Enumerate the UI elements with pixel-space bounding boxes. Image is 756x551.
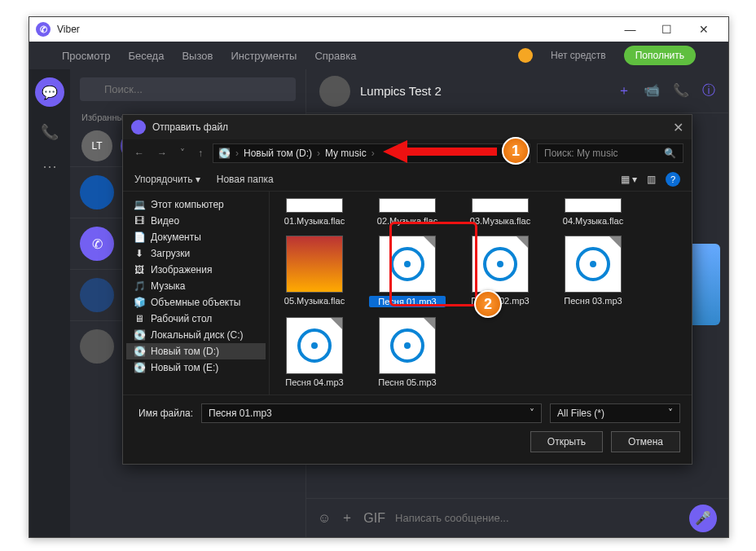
gif-icon[interactable]: GIF: [363, 511, 385, 526]
folder-tree: 💻Этот компьютер🎞Видео📄Документы⬇Загрузки…: [123, 192, 270, 395]
titlebar: ✆ Viber — ☐ ✕: [29, 17, 728, 42]
favorite-avatar[interactable]: LT: [81, 130, 112, 161]
voice-call-icon[interactable]: 📞: [673, 82, 689, 99]
tree-node[interactable]: 💽Новый том (E:): [126, 359, 266, 376]
file-thumb: [379, 198, 436, 213]
tree-node[interactable]: 📄Документы: [126, 229, 266, 245]
video-call-icon[interactable]: 📹: [644, 82, 660, 99]
tree-node[interactable]: 🧊Объемные объекты: [126, 294, 266, 311]
viber-logo-icon: [131, 120, 146, 134]
path-drive[interactable]: Новый том (D:): [244, 148, 312, 159]
info-icon[interactable]: ⓘ: [702, 82, 715, 99]
recent-button[interactable]: ˅: [177, 148, 188, 159]
tree-node[interactable]: 🎞Видео: [126, 213, 266, 229]
tree-label: Объемные объекты: [151, 297, 240, 308]
file-item[interactable]: Песня 02.mp3: [462, 236, 538, 307]
album-art-icon: [286, 236, 343, 293]
message-input[interactable]: [395, 512, 679, 524]
mic-button[interactable]: 🎤: [689, 505, 717, 532]
calls-icon[interactable]: 📞: [41, 123, 59, 141]
more-icon[interactable]: ⋯: [42, 157, 57, 175]
file-thumb: [565, 198, 622, 213]
dialog-close-button[interactable]: ✕: [673, 120, 683, 135]
tree-label: Музыка: [151, 280, 185, 292]
search-input[interactable]: [80, 77, 296, 101]
file-item[interactable]: 04.Музыка.flac: [555, 198, 631, 226]
menu-call[interactable]: Вызов: [182, 50, 213, 62]
topup-button[interactable]: Пополнить: [624, 46, 696, 65]
file-item[interactable]: Песня 04.mp3: [276, 317, 353, 387]
tree-node[interactable]: 🖥Рабочий стол: [126, 311, 266, 327]
close-button[interactable]: ✕: [685, 17, 722, 42]
folder-icon: 🎞: [133, 215, 146, 227]
chevron-down-icon: ˅: [530, 408, 534, 419]
file-name: 05.Музыка.flac: [276, 296, 353, 306]
tree-node[interactable]: 🎵Музыка: [126, 278, 266, 294]
tree-node[interactable]: ⬇Загрузки: [126, 245, 266, 262]
file-thumb: [472, 198, 529, 213]
tree-label: Новый том (E:): [151, 362, 218, 373]
composer: ☺ ＋ GIF 🎤: [306, 498, 728, 537]
dialog-search[interactable]: Поиск: My music 🔍: [537, 143, 683, 163]
avatar: [80, 329, 114, 364]
menu-chat[interactable]: Беседа: [128, 50, 164, 62]
coin-icon: [518, 48, 533, 63]
forward-button[interactable]: →: [154, 148, 170, 159]
tree-node[interactable]: 💻Этот компьютер: [126, 196, 266, 213]
tree-node[interactable]: 💽Локальный диск (C:): [126, 327, 266, 343]
file-item[interactable]: Песня 03.mp3: [555, 236, 631, 307]
filetype-filter[interactable]: All Files (*) ˅: [550, 403, 680, 423]
newfolder-button[interactable]: Новая папка: [217, 174, 274, 185]
cancel-button[interactable]: Отмена: [611, 431, 680, 452]
folder-icon: 💽: [133, 346, 146, 357]
chat-header: Lumpics Test 2 ＋ 📹 📞 ⓘ: [306, 69, 728, 113]
search-icon: 🔍: [664, 148, 676, 159]
attach-plus-icon[interactable]: ＋: [341, 509, 354, 527]
chevron-down-icon: ˅: [668, 408, 673, 419]
back-button[interactable]: ←: [131, 148, 147, 159]
path-folder[interactable]: My music: [325, 148, 367, 159]
audio-file-icon: [286, 317, 343, 374]
view-mode-button[interactable]: ▦ ▾: [621, 174, 637, 185]
dialog-title: Отправить файл: [152, 121, 228, 133]
open-button[interactable]: Открыть: [530, 431, 603, 452]
maximize-button[interactable]: ☐: [648, 17, 685, 42]
file-name: 04.Музыка.flac: [555, 216, 631, 226]
annotation-arrow: [383, 143, 497, 158]
dialog-toolbar: Упорядочить ▾ Новая папка ▦ ▾ ▥ ?: [123, 167, 692, 192]
folder-icon: 💽: [133, 329, 146, 341]
tree-label: Изображения: [151, 264, 212, 276]
minimize-button[interactable]: —: [612, 17, 648, 42]
tree-node[interactable]: 🖼Изображения: [126, 262, 266, 278]
app-title: Viber: [57, 24, 80, 35]
sticker-icon[interactable]: ☺: [318, 511, 331, 526]
preview-pane-button[interactable]: ▥: [647, 174, 656, 185]
up-button[interactable]: ↑: [195, 148, 206, 159]
add-contact-icon[interactable]: ＋: [618, 82, 631, 99]
help-button[interactable]: ?: [666, 172, 680, 187]
tree-label: Загрузки: [151, 248, 190, 259]
filename-input[interactable]: Песня 01.mp3 ˅: [201, 403, 542, 423]
file-item[interactable]: 02.Музыка.flac: [369, 198, 446, 226]
folder-icon: 🖥: [133, 313, 146, 324]
folder-icon: 📄: [133, 231, 146, 243]
file-item[interactable]: 01.Музыка.flac: [276, 198, 353, 226]
file-item[interactable]: Песня 05.mp3: [369, 317, 446, 387]
file-item[interactable]: 05.Музыка.flac: [276, 236, 353, 307]
audio-file-icon: [472, 236, 529, 293]
file-name: 02.Музыка.flac: [369, 216, 446, 226]
organize-button[interactable]: Упорядочить ▾: [134, 174, 200, 185]
chats-icon[interactable]: 💬: [35, 77, 64, 107]
menu-tools[interactable]: Инструменты: [231, 50, 297, 62]
viber-logo-icon: ✆: [36, 22, 51, 37]
menu-view[interactable]: Просмотр: [62, 50, 110, 62]
tree-node[interactable]: 💽Новый том (D:): [126, 343, 266, 359]
menu-help[interactable]: Справка: [314, 50, 356, 62]
folder-icon: 💻: [133, 199, 146, 210]
chat-avatar: [319, 76, 350, 107]
left-rail: 💬 📞 ⋯: [29, 69, 70, 537]
file-item[interactable]: Песня 01.mp3: [369, 236, 446, 307]
file-item[interactable]: 03.Музыка.flac: [462, 198, 538, 226]
chat-title: Lumpics Test 2: [360, 84, 442, 98]
audio-file-icon: [379, 317, 436, 374]
